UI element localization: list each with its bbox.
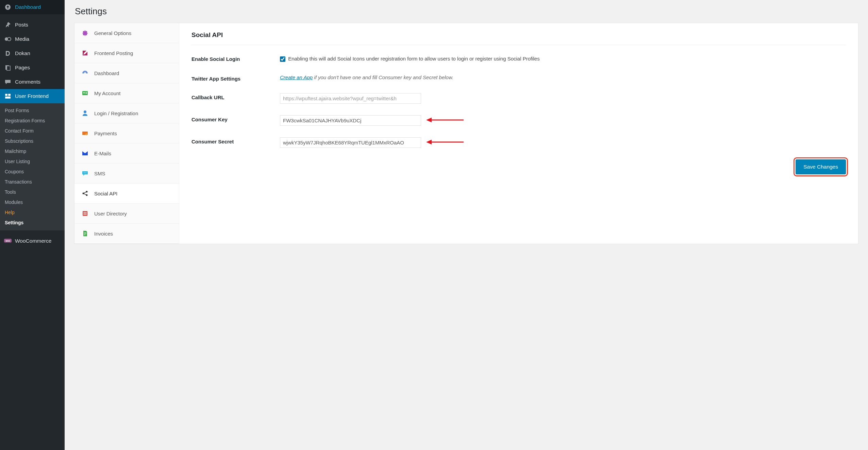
svg-point-17 bbox=[85, 173, 85, 173]
svg-rect-27 bbox=[84, 233, 86, 234]
tab-social-api[interactable]: Social API bbox=[74, 184, 179, 204]
settings-panel: Social API Enable Social Login Enabling … bbox=[179, 23, 858, 244]
tab-label: User Directory bbox=[94, 211, 127, 217]
menu-user-frontend[interactable]: User Frontend bbox=[0, 89, 65, 103]
create-app-link[interactable]: Create an App bbox=[280, 74, 313, 80]
menu-label: Dokan bbox=[15, 50, 30, 56]
sub-help[interactable]: Help bbox=[0, 207, 65, 218]
svg-rect-24 bbox=[83, 213, 87, 214]
user-frontend-submenu: Post Forms Registration Forms Contact Fo… bbox=[0, 103, 65, 230]
svg-rect-11 bbox=[85, 92, 87, 93]
consumer-key-input[interactable] bbox=[280, 115, 421, 126]
gauge-icon bbox=[81, 69, 89, 77]
menu-posts[interactable]: Posts bbox=[0, 18, 65, 32]
svg-rect-3 bbox=[7, 66, 10, 70]
menu-woocommerce[interactable]: woo WooCommerce bbox=[0, 234, 65, 248]
user-frontend-icon bbox=[4, 92, 12, 100]
mail-icon bbox=[81, 150, 89, 157]
row-consumer-secret: Consumer Secret bbox=[191, 137, 846, 148]
svg-rect-28 bbox=[84, 235, 85, 235]
main-content: Settings General Options Frontend Postin… bbox=[65, 0, 868, 450]
svg-point-18 bbox=[86, 173, 86, 173]
tab-frontend-posting[interactable]: Frontend Posting bbox=[74, 43, 179, 63]
svg-point-21 bbox=[86, 194, 88, 196]
svg-rect-23 bbox=[83, 212, 87, 213]
tab-dashboard[interactable]: Dashboard bbox=[74, 63, 179, 83]
svg-point-1 bbox=[7, 37, 11, 41]
sub-transactions[interactable]: Transactions bbox=[0, 177, 65, 187]
menu-media[interactable]: Media bbox=[0, 32, 65, 46]
pages-icon bbox=[4, 64, 12, 71]
sub-post-forms[interactable]: Post Forms bbox=[0, 105, 65, 116]
svg-rect-5 bbox=[8, 94, 11, 96]
menu-dashboard[interactable]: Dashboard bbox=[0, 0, 65, 14]
svg-point-20 bbox=[86, 191, 88, 193]
settings-container: General Options Frontend Posting Dashboa… bbox=[74, 23, 858, 244]
tab-invoices[interactable]: Invoices bbox=[74, 224, 179, 244]
svg-marker-30 bbox=[426, 118, 432, 122]
callback-url-input[interactable] bbox=[280, 93, 421, 104]
svg-rect-6 bbox=[5, 97, 11, 99]
save-changes-button[interactable]: Save Changes bbox=[796, 159, 846, 174]
list-icon bbox=[81, 210, 89, 217]
dokan-icon bbox=[4, 50, 12, 57]
settings-tabs: General Options Frontend Posting Dashboa… bbox=[74, 23, 179, 244]
sub-user-listing[interactable]: User Listing bbox=[0, 156, 65, 167]
svg-rect-26 bbox=[84, 232, 86, 233]
tab-emails[interactable]: E-Mails bbox=[74, 143, 179, 163]
sub-contact-form[interactable]: Contact Form bbox=[0, 126, 65, 136]
tab-payments[interactable]: Payments bbox=[74, 123, 179, 143]
svg-point-15 bbox=[85, 133, 87, 135]
tab-label: My Account bbox=[94, 90, 121, 96]
menu-comments[interactable]: Comments bbox=[0, 75, 65, 89]
chat-icon bbox=[81, 170, 89, 177]
enable-social-login-label[interactable]: Enabling this will add Social Icons unde… bbox=[280, 56, 540, 62]
consumer-secret-input[interactable] bbox=[280, 137, 421, 148]
comments-icon bbox=[4, 78, 12, 86]
sub-subscriptions[interactable]: Subscriptions bbox=[0, 136, 65, 146]
row-enable-social-login: Enable Social Login Enabling this will a… bbox=[191, 55, 846, 63]
sub-settings[interactable]: Settings bbox=[0, 218, 65, 228]
field-label: Consumer Secret bbox=[191, 137, 280, 144]
sub-coupons[interactable]: Coupons bbox=[0, 167, 65, 177]
menu-dokan[interactable]: Dokan bbox=[0, 46, 65, 60]
dashboard-icon bbox=[4, 3, 12, 11]
tab-label: Invoices bbox=[94, 231, 113, 237]
id-card-icon bbox=[81, 89, 89, 97]
sub-registration-forms[interactable]: Registration Forms bbox=[0, 116, 65, 126]
twitter-hint: if you don't have one and fill Consumer … bbox=[313, 74, 453, 80]
tab-general-options[interactable]: General Options bbox=[74, 23, 179, 43]
panel-heading: Social API bbox=[191, 31, 846, 45]
menu-label: Dashboard bbox=[15, 4, 41, 10]
tab-label: Social API bbox=[94, 191, 117, 196]
menu-label: User Frontend bbox=[15, 93, 49, 99]
svg-rect-4 bbox=[5, 94, 7, 96]
tab-user-directory[interactable]: User Directory bbox=[74, 204, 179, 224]
field-label: Consumer Key bbox=[191, 115, 280, 122]
tab-label: SMS bbox=[94, 171, 105, 176]
field-label: Callback URL bbox=[191, 93, 280, 100]
svg-point-10 bbox=[83, 92, 85, 93]
sub-modules[interactable]: Modules bbox=[0, 197, 65, 207]
menu-label: Posts bbox=[15, 22, 28, 28]
tab-label: Payments bbox=[94, 131, 117, 136]
tab-label: Frontend Posting bbox=[94, 50, 133, 56]
svg-rect-25 bbox=[83, 214, 87, 215]
sub-mailchimp[interactable]: Mailchimp bbox=[0, 146, 65, 156]
tab-label: Login / Registration bbox=[94, 110, 138, 116]
svg-point-19 bbox=[83, 193, 84, 194]
page-title: Settings bbox=[75, 6, 858, 17]
svg-text:woo: woo bbox=[5, 240, 10, 242]
enable-description: Enabling this will add Social Icons unde… bbox=[288, 56, 540, 62]
field-label: Twitter App Settings bbox=[191, 74, 280, 82]
tab-my-account[interactable]: My Account bbox=[74, 83, 179, 103]
menu-pages[interactable]: Pages bbox=[0, 60, 65, 75]
sub-tools[interactable]: Tools bbox=[0, 187, 65, 197]
tab-login-registration[interactable]: Login / Registration bbox=[74, 103, 179, 123]
edit-icon bbox=[81, 49, 89, 57]
media-icon bbox=[4, 35, 12, 43]
row-twitter-settings: Twitter App Settings Create an App if yo… bbox=[191, 74, 846, 82]
tab-sms[interactable]: SMS bbox=[74, 163, 179, 184]
enable-social-login-checkbox[interactable] bbox=[280, 56, 285, 62]
payment-icon bbox=[81, 129, 89, 137]
